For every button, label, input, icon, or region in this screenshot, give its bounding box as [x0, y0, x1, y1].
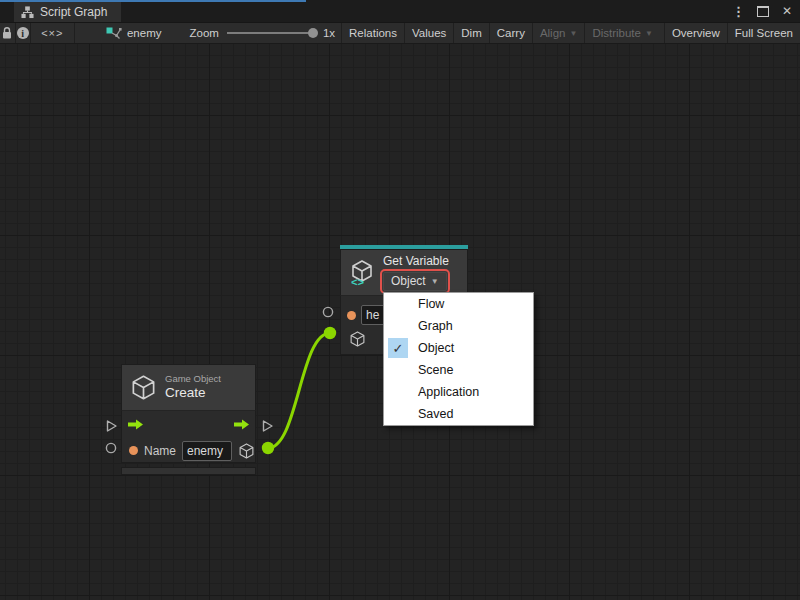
graph-node-icon — [106, 26, 122, 40]
zoom-slider[interactable] — [227, 32, 315, 34]
tab-title: Script Graph — [40, 5, 107, 19]
chevron-down-icon: ▼ — [569, 29, 577, 38]
name-param-row: Name — [122, 437, 255, 464]
relations-button[interactable]: Relations — [341, 23, 404, 43]
create-body: Name — [121, 410, 256, 463]
info-button[interactable]: i — [16, 23, 32, 43]
dim-button[interactable]: Dim — [453, 23, 488, 43]
chevron-down-icon: ▼ — [645, 29, 653, 38]
close-icon[interactable]: ✕ — [782, 4, 792, 18]
menu-item-flow[interactable]: Flow — [384, 293, 533, 315]
distribute-button: Distribute ▼ — [584, 23, 660, 43]
get-variable-header[interactable]: <> Get Variable Object ▼ — [340, 249, 468, 295]
lock-icon — [1, 26, 13, 40]
svg-text:<>: <> — [351, 277, 365, 287]
breadcrumb-graph-name: enemy — [127, 27, 162, 39]
info-icon: i — [17, 27, 29, 39]
lock-button[interactable] — [0, 23, 16, 43]
gameobject-cube-icon — [349, 330, 366, 348]
menu-item-object[interactable]: ✓ Object — [384, 337, 533, 359]
create-name-input-port[interactable] — [105, 442, 117, 454]
zoom-control: Zoom 1x — [183, 23, 341, 43]
flow-in-arrow-icon[interactable] — [127, 418, 144, 431]
full-screen-button[interactable]: Full Screen — [727, 23, 800, 43]
flow-row — [122, 411, 255, 437]
node-title: Create — [165, 385, 221, 402]
node-category: Game Object — [165, 373, 221, 385]
window-menu-icon[interactable]: ⋮ — [732, 4, 744, 19]
gameobject-cube-icon — [238, 442, 255, 460]
gv-name-input-port[interactable] — [322, 306, 334, 318]
zoom-level: 1x — [323, 27, 335, 39]
value-port-dot[interactable] — [347, 311, 356, 320]
create-flow-input-port[interactable] — [105, 419, 118, 433]
toolbar-right-group: Relations Values Dim Carry Align ▼ Distr… — [341, 23, 800, 43]
value-port-dot[interactable] — [129, 446, 138, 455]
tab-script-graph[interactable]: Script Graph — [14, 2, 121, 22]
toolbar-spacer — [75, 23, 98, 43]
variable-cube-icon: <> — [349, 259, 375, 287]
menu-item-saved[interactable]: Saved — [384, 403, 533, 425]
window-controls: ⋮ ✕ — [732, 0, 792, 22]
carry-button[interactable]: Carry — [489, 23, 532, 43]
scope-dropdown-menu: Flow Graph ✓ Object Scene Application Sa… — [383, 292, 534, 426]
name-param-input[interactable] — [182, 441, 232, 461]
scope-value: Object — [391, 274, 426, 288]
code-icon: <×> — [41, 27, 63, 39]
code-preview-button[interactable]: <×> — [31, 23, 75, 43]
menu-item-graph[interactable]: Graph — [384, 315, 533, 337]
create-object-output-port-connected[interactable] — [261, 441, 275, 455]
menu-item-scene[interactable]: Scene — [384, 359, 533, 381]
chevron-down-icon: ▼ — [431, 277, 439, 286]
variable-scope-dropdown[interactable]: Object ▼ — [383, 272, 447, 291]
gameobject-cube-icon — [130, 374, 157, 401]
tab-bar: Script Graph ⋮ ✕ — [0, 0, 800, 22]
align-button: Align ▼ — [532, 23, 585, 43]
script-graph-window: <> Get Variable Object ▼ — [0, 0, 800, 600]
menu-item-application[interactable]: Application — [384, 381, 533, 403]
graph-hierarchy-icon — [21, 5, 34, 19]
node-title: Get Variable — [383, 254, 449, 268]
graph-breadcrumb[interactable]: enemy — [98, 23, 170, 43]
gv-object-input-port-connected[interactable] — [323, 326, 337, 340]
flow-out-arrow-icon[interactable] — [233, 418, 250, 431]
node-game-object-create[interactable]: Game Object Create Name — [121, 364, 256, 475]
create-header[interactable]: Game Object Create — [121, 364, 256, 410]
node-footer — [121, 467, 256, 475]
values-button[interactable]: Values — [404, 23, 453, 43]
param-label: Name — [144, 444, 176, 458]
create-flow-output-port[interactable] — [261, 419, 274, 433]
graph-toolbar: i <×> enemy Zoom 1x — [0, 22, 800, 44]
zoom-slider-handle[interactable] — [308, 28, 318, 38]
maximize-icon[interactable] — [757, 6, 769, 17]
zoom-label: Zoom — [189, 27, 218, 39]
checkmark-icon: ✓ — [388, 338, 408, 358]
overview-button[interactable]: Overview — [664, 23, 727, 43]
